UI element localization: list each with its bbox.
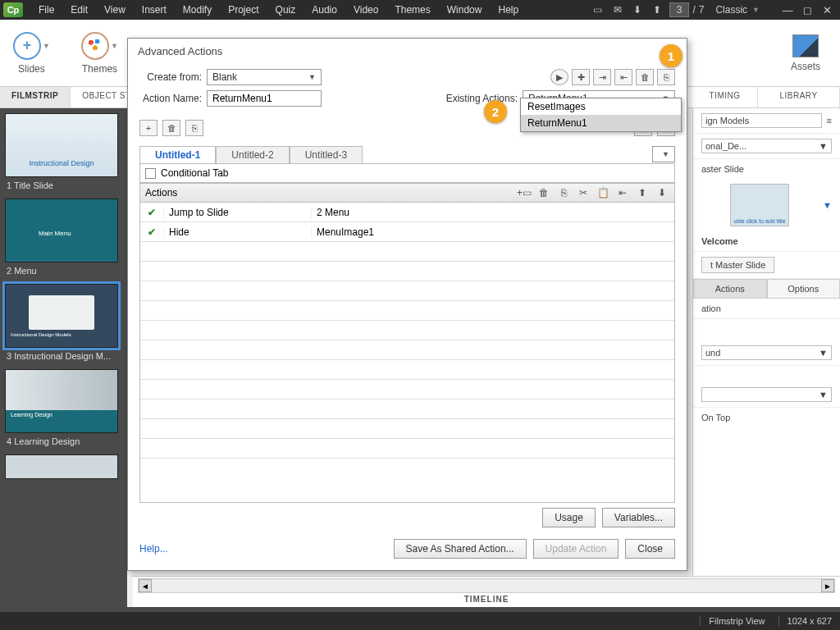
usage-button[interactable]: Usage [542,508,596,527]
properties-panel: ign Models≡ onal_De...▼ aster Slide uble… [692,108,840,607]
mail-icon[interactable]: ✉ [610,4,625,16]
menubar: File Edit View Insert Modify Project Qui… [31,2,591,18]
slides-tool[interactable]: +▼ Slides [5,29,58,78]
tab-filmstrip[interactable]: FILMSTRIP [0,87,71,107]
menu-project[interactable]: Project [221,2,266,18]
menu-modify[interactable]: Modify [176,2,219,18]
existing-actions-dropdown: ResetImages ReturnMenu1 [520,98,682,132]
create-from-select[interactable]: Blank▼ [207,69,322,85]
conditional-checkbox[interactable] [145,168,156,179]
menu-edit[interactable]: Edit [63,2,95,18]
check-icon: ✔ [140,207,163,218]
tab-untitled-2[interactable]: Untitled-2 [216,146,289,163]
slide-thumb-1[interactable]: Instructional Design 1 Title Slide [5,113,122,190]
timeline-label[interactable]: TIMELINE [133,593,840,605]
timeline-panel: ◄► TIMELINE [133,576,840,607]
callout-2: 2 [484,100,507,123]
status-view: Filmstrip View [700,616,765,626]
palette-icon [81,32,109,60]
delete-tab-icon[interactable]: 🗑 [162,120,180,136]
move-up-icon[interactable]: ⬆ [635,187,650,199]
import-icon[interactable]: ⇥ [593,69,611,85]
add-action-icon[interactable]: ✚ [572,69,590,85]
duplicate-icon[interactable]: ⎘ [657,69,675,85]
close-button[interactable]: Close [625,539,675,559]
background-select[interactable]: und▼ [701,345,832,360]
current-page[interactable]: 3 [669,2,690,17]
table-row[interactable]: ✔ Jump to Slide 2 Menu [140,203,674,222]
layer-select[interactable]: ▼ [701,387,832,402]
slide-thumb-3[interactable]: Instructional Design Models 3 Instructio… [5,284,122,361]
copy-row-icon[interactable]: ⎘ [556,187,571,199]
insert-row-icon[interactable]: ⇤ [615,187,630,199]
update-action-button[interactable]: Update Action [533,539,619,559]
tab-library[interactable]: LIBRARY [758,87,840,107]
add-tab-icon[interactable]: + [139,120,158,136]
move-down-icon[interactable]: ⬇ [655,187,669,199]
menu-themes[interactable]: Themes [387,2,437,18]
menu-help[interactable]: Help [491,2,526,18]
table-row[interactable]: ✔ Hide MenuImage1 [140,222,674,242]
export-icon[interactable]: ⇤ [614,69,632,85]
menu-quiz[interactable]: Quiz [268,2,304,18]
menu-window[interactable]: Window [440,2,490,18]
on-top-label: On Top [693,408,840,427]
tab-timing[interactable]: TIMING [692,87,758,107]
conditional-label: Conditional Tab [161,167,229,179]
add-row-icon[interactable]: +▭ [517,187,532,199]
action-name-label: Action Name: [139,93,202,104]
copy-tab-icon[interactable]: ⎘ [185,120,203,136]
slide-type-select[interactable]: onal_De...▼ [701,139,832,153]
workspace-select[interactable]: Classic▼ [709,2,766,17]
themes-tool[interactable]: ▼ Themes [73,29,126,78]
paste-row-icon[interactable]: 📋 [596,187,610,199]
menu-file[interactable]: File [31,2,62,18]
tab-untitled-3[interactable]: Untitled-3 [290,146,363,163]
upload-icon[interactable]: ⬆ [650,4,664,16]
assets-tool[interactable]: Assets [783,31,829,75]
assets-icon [792,34,819,57]
preview-icon[interactable]: ▭ [591,4,605,16]
minimize-button[interactable]: — [778,2,797,18]
slide-thumb-4[interactable]: Learning Design 4 Learning Design [5,369,122,446]
dropdown-option-returnmenu1[interactable]: ReturnMenu1 [521,115,681,131]
menu-video[interactable]: Video [346,2,386,18]
preview-action-icon[interactable]: ▶ [550,69,568,85]
delete-row-icon[interactable]: 🗑 [536,187,551,199]
maximize-button[interactable]: ◻ [797,2,817,18]
theme-select[interactable]: ign Models [701,113,822,128]
cut-row-icon[interactable]: ✂ [576,187,591,199]
dropdown-option-resetimages[interactable]: ResetImages [521,98,681,115]
check-icon: ✔ [140,226,163,238]
menu-insert[interactable]: Insert [135,2,174,18]
menu-view[interactable]: View [97,2,133,18]
delete-action-icon[interactable]: 🗑 [636,69,654,85]
filmstrip-panel: Instructional Design 1 Title Slide Main … [0,108,127,607]
tab-overflow-select[interactable]: ▼ [652,146,675,162]
download-icon[interactable]: ⬇ [630,4,645,16]
actions-header-label: Actions [145,187,177,199]
variables-button[interactable]: Variables... [602,508,675,527]
master-slide-label: aster Slide [701,164,744,174]
status-bar: Filmstrip View 1024 x 627 [0,612,840,630]
add-slide-icon: + [13,32,41,60]
rp-tab-actions[interactable]: Actions [693,279,767,299]
dialog-title: Advanced Actions [128,39,687,64]
slide-thumb-2[interactable]: Main Menu 2 Menu [5,199,122,276]
action-tabs: Untitled-1 Untitled-2 Untitled-3 ▼ [139,146,675,163]
slide-thumb-5[interactable] [5,454,122,479]
navigation-row: ation [693,299,840,319]
total-pages: 7 [699,4,705,16]
menu-icon[interactable]: ≡ [827,116,832,126]
help-link[interactable]: Help... [139,543,168,555]
action-name-input[interactable] [207,90,322,107]
menu-audio[interactable]: Audio [304,2,345,18]
save-shared-button[interactable]: Save As Shared Action... [394,539,527,559]
master-slide-thumb[interactable]: uble click to add title [730,184,789,226]
rp-tab-options[interactable]: Options [767,279,841,299]
close-window-button[interactable]: ✕ [817,2,837,18]
tab-untitled-1[interactable]: Untitled-1 [139,146,216,164]
reset-master-button[interactable]: t Master Slide [701,257,774,273]
chevron-down-icon[interactable]: ▼ [823,200,832,210]
timeline-scrollbar[interactable]: ◄► [138,578,835,593]
